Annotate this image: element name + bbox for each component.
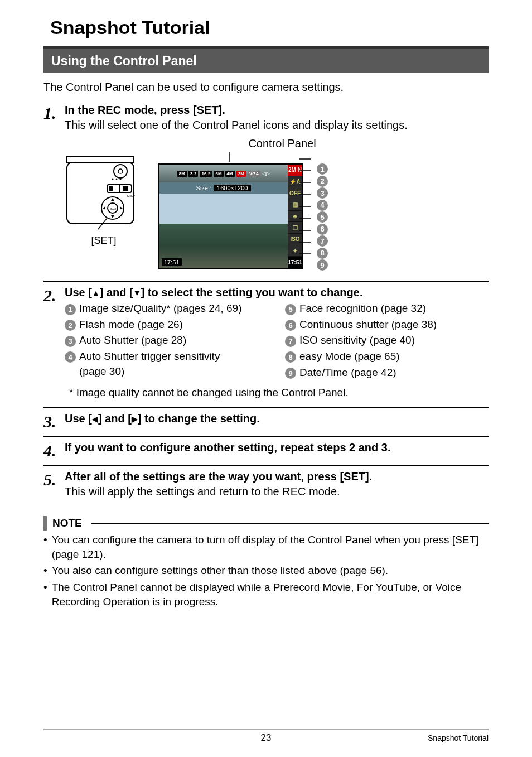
note-item: •The Control Panel cannot be displayed w… <box>43 580 489 609</box>
divider <box>43 436 489 437</box>
svg-point-5 <box>116 179 118 180</box>
step-subtext: This will select one of the Control Pane… <box>65 119 489 132</box>
lcd-size-chips: 8M 3:2 16:9 6M 4M 2M VGA ◁▷ <box>159 165 288 182</box>
step-subtext: This will apply the settings and return … <box>65 485 489 498</box>
camera-diagram: DISP SET [SET] <box>65 152 143 247</box>
step-1: 1. In the REC mode, press [SET]. This wi… <box>43 104 489 275</box>
svg-point-3 <box>118 169 123 173</box>
bullet-9: 9 <box>285 368 296 379</box>
lcd-photo: 17:51 <box>159 194 288 268</box>
list-item-cont: (page 30) <box>79 365 268 378</box>
step-number: 3. <box>43 412 65 430</box>
svg-rect-10 <box>123 186 128 191</box>
left-triangle-icon: ◀ <box>92 414 98 423</box>
footnote: * Image quality cannot be changed using … <box>69 387 489 399</box>
footer-label: Snapshot Tutorial <box>428 734 489 742</box>
note-label: NOTE <box>52 517 82 529</box>
lcd-size-row: Size : 1600×1200 <box>159 182 288 194</box>
bullet-1: 1 <box>65 304 76 315</box>
svg-rect-0 <box>67 157 134 162</box>
settings-column-left: 1Image size/Quality* (pages 24, 69) 2Fla… <box>65 301 268 381</box>
divider <box>43 407 489 408</box>
step-number: 2. <box>43 286 65 304</box>
bullet-3: 3 <box>65 336 76 347</box>
step-heading: If you want to configure another setting… <box>65 441 489 454</box>
svg-rect-9 <box>109 186 113 191</box>
chip: 4M <box>225 171 235 177</box>
step-5: 5. After all of the settings are the way… <box>43 470 489 504</box>
note-item: •You can configure the camera to turn of… <box>43 533 489 561</box>
bullet-8: 8 <box>285 351 296 363</box>
right-triangle-icon: ▶ <box>132 414 138 423</box>
intro-text: The Control Panel can be used to configu… <box>43 81 489 94</box>
svg-point-6 <box>120 179 122 180</box>
step-heading: Use [▲] and [▼] to select the setting yo… <box>65 286 489 299</box>
chip: 8M <box>177 171 187 177</box>
bullet-6: 6 <box>285 320 296 331</box>
control-panel-label: Control Panel <box>148 137 416 150</box>
settings-column-right: 5Face recognition (page 32) 6Continuous … <box>285 301 489 381</box>
page-footer: 23 Snapshot Tutorial <box>43 729 489 742</box>
page-title: Snapshot Tutorial <box>50 17 489 38</box>
bullet-2: 2 <box>65 320 76 331</box>
divider <box>43 465 489 466</box>
divider <box>43 281 489 282</box>
note-rule <box>91 523 489 524</box>
down-triangle-icon: ▼ <box>133 288 141 297</box>
svg-point-2 <box>114 165 127 178</box>
chip: VGA <box>248 171 260 177</box>
svg-point-4 <box>112 179 114 180</box>
note-block: NOTE •You can configure the camera to tu… <box>43 516 489 609</box>
chip-selected: 2M <box>236 171 246 177</box>
note-bar-icon <box>43 516 47 531</box>
step-heading: Use [◀] and [▶] to change the setting. <box>65 412 489 425</box>
chip: 16:9 <box>200 171 212 177</box>
up-triangle-icon: ▲ <box>92 288 100 297</box>
svg-text:DISP: DISP <box>127 194 135 197</box>
bullet-7: 7 <box>285 336 296 347</box>
set-button-label: [SET] <box>65 235 143 247</box>
svg-text:SET: SET <box>110 207 117 210</box>
section-heading: Using the Control Panel <box>43 46 489 73</box>
page-number: 23 <box>261 732 272 744</box>
bullet-5: 5 <box>285 304 296 315</box>
step-heading: In the REC mode, press [SET]. <box>65 104 489 117</box>
step-number: 5. <box>43 470 65 488</box>
step-heading: After all of the settings are the way yo… <box>65 470 489 483</box>
chip: 3:2 <box>188 171 199 177</box>
bullet-4: 4 <box>65 351 76 363</box>
step-2: 2. Use [▲] and [▼] to select the setting… <box>43 286 489 401</box>
step-number: 4. <box>43 441 65 459</box>
lcd-figure: 8M 3:2 16:9 6M 4M 2M VGA ◁▷ <box>158 152 386 269</box>
lcd-time: 17:51 <box>162 258 182 266</box>
step-4: 4. If you want to configure another sett… <box>43 441 489 459</box>
step-3: 3. Use [◀] and [▶] to change the setting… <box>43 412 489 430</box>
chip: 6M <box>214 171 223 177</box>
step-number: 1. <box>43 104 65 122</box>
note-item: •You also can configure settings other t… <box>43 563 489 578</box>
